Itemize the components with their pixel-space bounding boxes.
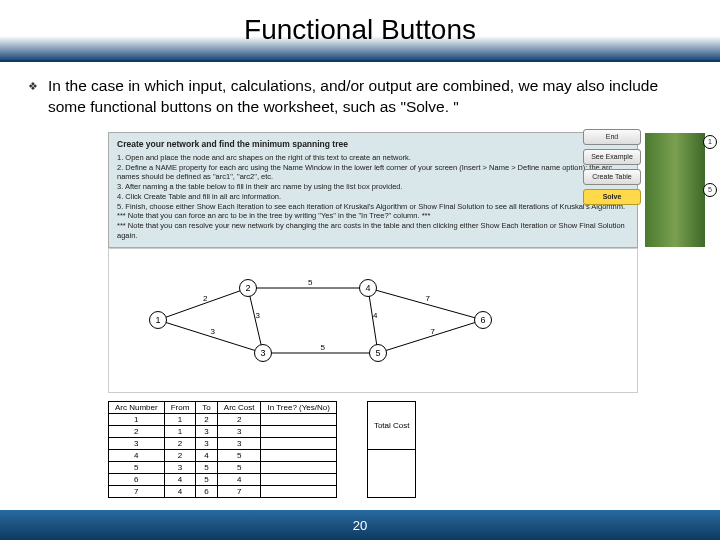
table-cell: 4	[164, 485, 196, 497]
table-cell	[261, 461, 336, 473]
bullet-row: ❖ In the case in which input, calculatio…	[28, 76, 692, 118]
table-row: 3233	[109, 437, 337, 449]
svg-text:5: 5	[308, 278, 313, 287]
table-cell: 2	[109, 425, 165, 437]
table-row: 4245	[109, 449, 337, 461]
graph-node: 6	[474, 311, 492, 329]
slide-title: Functional Buttons	[244, 14, 476, 46]
svg-line-0	[158, 288, 248, 320]
svg-text:5: 5	[321, 343, 326, 352]
table-cell: 3	[196, 425, 217, 437]
instruction-line: *** Note that you can force an arc to be…	[117, 211, 629, 221]
table-cell: 1	[109, 413, 165, 425]
svg-text:7: 7	[431, 326, 436, 335]
graph-node: 1	[149, 311, 167, 329]
instruction-line: 5. Finish, choose either Show Each Itera…	[117, 202, 629, 212]
side-button-column: End See Example Create Table Solve	[583, 129, 641, 205]
table-header: In Tree? (Yes/No)	[261, 401, 336, 413]
graph-node: 2	[239, 279, 257, 297]
title-band: Functional Buttons	[0, 0, 720, 62]
svg-line-10	[368, 288, 378, 353]
table-cell: 2	[164, 449, 196, 461]
table-row: 2133	[109, 425, 337, 437]
instruction-line: 3. After naming a the table below to fil…	[117, 182, 629, 192]
table-header: To	[196, 401, 217, 413]
svg-text:7: 7	[426, 294, 431, 303]
table-cell	[261, 413, 336, 425]
instruction-title: Create your network and find the minimum…	[117, 139, 629, 150]
graph-node: 4	[359, 279, 377, 297]
table-row: 6454	[109, 473, 337, 485]
svg-line-12	[368, 288, 483, 320]
table-cell: 5	[217, 449, 261, 461]
instruction-line: 1. Open and place the node and arc shape…	[117, 153, 629, 163]
table-cell: 3	[217, 437, 261, 449]
table-cell	[261, 473, 336, 485]
see-example-button[interactable]: See Example	[583, 149, 641, 165]
table-cell	[261, 425, 336, 437]
table-cell: 5	[196, 473, 217, 485]
table-cell: 3	[196, 437, 217, 449]
create-table-button[interactable]: Create Table	[583, 169, 641, 185]
table-cell: 5	[217, 461, 261, 473]
table-cell: 3	[217, 425, 261, 437]
badge-5: 5	[703, 183, 717, 197]
total-cost-header: Total Cost	[367, 401, 416, 449]
svg-line-14	[378, 320, 483, 353]
content-area: ❖ In the case in which input, calculatio…	[0, 62, 720, 498]
badge-1: 1	[703, 135, 717, 149]
table-cell: 1	[164, 425, 196, 437]
instruction-line: *** Note that you can resolve your new n…	[117, 221, 629, 241]
table-cell: 3	[164, 461, 196, 473]
table-cell: 2	[217, 413, 261, 425]
table-row: 5355	[109, 461, 337, 473]
table-cell	[261, 437, 336, 449]
table-header: Arc Cost	[217, 401, 261, 413]
table-cell: 2	[164, 437, 196, 449]
svg-text:2: 2	[203, 294, 208, 303]
table-header: Arc Number	[109, 401, 165, 413]
embedded-screenshot: 1 5 End See Example Create Table Solve C…	[108, 132, 638, 498]
table-cell: 5	[196, 461, 217, 473]
table-cell: 1	[164, 413, 196, 425]
svg-line-4	[248, 288, 263, 353]
footer-bar: 20	[0, 510, 720, 540]
instruction-line: 2. Define a NAME property for each arc u…	[117, 163, 629, 183]
table-cell: 4	[109, 449, 165, 461]
instruction-panel: 1 5 End See Example Create Table Solve C…	[108, 132, 638, 248]
graph-edges: 23355477	[109, 249, 637, 392]
body-text: In the case in which input, calculations…	[48, 76, 692, 118]
graph-node: 3	[254, 344, 272, 362]
page-number: 20	[353, 518, 367, 533]
table-row: 1122	[109, 413, 337, 425]
table-zone: Arc NumberFromToArc CostIn Tree? (Yes/No…	[108, 401, 638, 498]
solve-button[interactable]: Solve	[583, 189, 641, 205]
table-cell: 6	[109, 473, 165, 485]
total-cost-table: Total Cost	[367, 401, 417, 498]
table-cell	[261, 449, 336, 461]
table-cell	[261, 485, 336, 497]
table-cell: 5	[109, 461, 165, 473]
table-cell: 7	[109, 485, 165, 497]
svg-text:3: 3	[256, 310, 261, 319]
arc-table: Arc NumberFromToArc CostIn Tree? (Yes/No…	[108, 401, 337, 498]
svg-line-2	[158, 320, 263, 353]
table-row: 7467	[109, 485, 337, 497]
svg-text:3: 3	[211, 326, 216, 335]
table-cell: 3	[109, 437, 165, 449]
table-cell: 4	[217, 473, 261, 485]
table-cell: 4	[164, 473, 196, 485]
table-cell: 7	[217, 485, 261, 497]
total-cost-cell	[367, 449, 416, 497]
graph-area: 23355477 123456	[108, 248, 638, 393]
graph-node: 5	[369, 344, 387, 362]
svg-text:4: 4	[373, 310, 378, 319]
forest-image	[645, 133, 705, 247]
diamond-bullet-icon: ❖	[28, 80, 38, 93]
instruction-line: 4. Click Create Table and fill in all ar…	[117, 192, 629, 202]
table-cell: 2	[196, 413, 217, 425]
table-header: From	[164, 401, 196, 413]
end-button[interactable]: End	[583, 129, 641, 145]
table-cell: 6	[196, 485, 217, 497]
table-cell: 4	[196, 449, 217, 461]
